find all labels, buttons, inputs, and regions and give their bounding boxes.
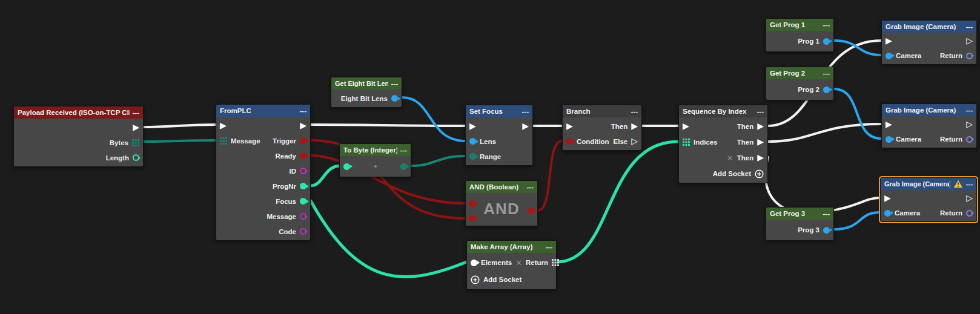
add-socket-label[interactable]: Add Socket <box>483 276 521 283</box>
wire-focus-to-elements[interactable] <box>311 201 466 276</box>
return-port[interactable] <box>966 210 973 217</box>
then-exec-out-port[interactable]: ▶ <box>631 122 638 130</box>
exec-in-port[interactable]: ▶ <box>683 122 689 130</box>
exec-in-port[interactable]: ▶ <box>469 122 476 130</box>
camera-port[interactable] <box>886 53 892 59</box>
node-menu-button[interactable]: --- <box>522 108 529 115</box>
node-header[interactable]: Payload Received (ISO-on-TCP Client) --- <box>14 106 143 119</box>
prog-2-port[interactable] <box>823 87 830 93</box>
node-header[interactable]: Set Focus --- <box>466 105 532 117</box>
exec-out-port[interactable]: ▶ <box>300 121 306 129</box>
camera-port[interactable] <box>886 136 892 143</box>
else-exec-out-port[interactable]: ▷ <box>631 137 638 145</box>
node-get-prog-2[interactable]: Get Prog 2 --- Prog 2 <box>766 67 834 100</box>
collapse-dot-icon[interactable] <box>374 165 377 168</box>
length-port[interactable] <box>133 154 139 161</box>
wire-exec-sequence-then2-to-grab2[interactable] <box>768 124 881 142</box>
node-from-plc[interactable]: FromPLC --- ▶ ▶ Message Trigger Ready ID <box>216 104 311 241</box>
exec-out-port[interactable]: ▶ <box>522 122 529 130</box>
exec-in-port[interactable]: ▶ <box>886 36 892 45</box>
array-port-return[interactable] <box>552 259 559 266</box>
return-port[interactable] <box>966 53 973 59</box>
node-grab-image-1[interactable]: Grab Image (Camera) --- ▶ ▷ Camera Retur… <box>881 20 977 65</box>
node-branch[interactable]: Branch --- ▶ Then ▶ Condition Else ▷ <box>562 105 642 151</box>
to-byte-input-port[interactable] <box>343 163 350 170</box>
add-socket-icon[interactable] <box>755 169 764 178</box>
node-grab-image-3[interactable]: Grab Image (Camera) --- ▶ ▷ Camera Retur… <box>880 177 977 222</box>
exec-in-port[interactable]: ▶ <box>884 194 891 202</box>
node-menu-button[interactable]: --- <box>527 183 534 191</box>
node-header[interactable]: Get Prog 3 --- <box>766 208 833 220</box>
node-header[interactable]: Get Prog 2 --- <box>766 67 833 79</box>
prognr-port[interactable] <box>300 183 306 189</box>
lens-port[interactable] <box>469 138 476 145</box>
remove-socket-icon[interactable]: ✕ <box>727 154 733 162</box>
exec-out-port[interactable]: ▷ <box>966 36 973 45</box>
prog-3-port[interactable] <box>823 227 830 234</box>
node-menu-button[interactable]: --- <box>966 180 973 188</box>
node-header[interactable]: Grab Image (Camera) --- <box>881 178 976 190</box>
code-port[interactable] <box>300 228 306 235</box>
range-port[interactable] <box>469 153 476 160</box>
elements-port[interactable] <box>471 260 477 266</box>
return-port[interactable] <box>966 136 973 143</box>
exec-out-port[interactable]: ▷ <box>966 120 973 128</box>
exec-out-port[interactable]: ▶ <box>133 123 139 131</box>
wire-exec-fromplc-to-setfocus[interactable] <box>311 125 465 126</box>
node-header[interactable]: Grab Image (Camera) --- <box>882 104 976 116</box>
node-header[interactable]: Branch --- <box>563 105 641 117</box>
and-output-port[interactable] <box>528 208 534 214</box>
node-menu-button[interactable]: --- <box>823 21 830 28</box>
remove-socket-icon[interactable]: ✕ <box>515 259 522 267</box>
node-menu-button[interactable]: --- <box>823 70 830 77</box>
wire-prog2-to-camera2[interactable] <box>834 89 881 139</box>
wire-and-to-branch-condition[interactable] <box>538 141 562 211</box>
and-input-1-port[interactable] <box>469 200 475 207</box>
then-1-exec-out-port[interactable]: ▶ <box>757 122 764 130</box>
node-menu-button[interactable]: --- <box>966 106 973 114</box>
camera-port[interactable] <box>884 210 891 217</box>
add-socket-label[interactable]: Add Socket <box>713 170 751 177</box>
exec-in-port[interactable]: ▶ <box>886 120 892 128</box>
node-header[interactable]: AND (Boolean) --- <box>466 181 537 193</box>
node-menu-button[interactable]: --- <box>133 109 140 116</box>
node-sequence-by-index[interactable]: Sequence By Index --- ▶ Then ▶ Indices T… <box>678 105 768 183</box>
node-header[interactable]: Get Eight Bit Lens --- <box>331 77 402 90</box>
exec-in-port[interactable]: ▶ <box>220 121 227 129</box>
wire-eightbitlens-to-lens[interactable] <box>402 97 465 141</box>
node-get-prog-1[interactable]: Get Prog 1 --- Prog 1 <box>766 18 834 52</box>
array-port-bytes[interactable] <box>132 139 139 146</box>
node-get-eight-bit-lens[interactable]: Get Eight Bit Lens --- Eight Bit Lens <box>331 77 402 108</box>
node-graph-canvas[interactable]: Payload Received (ISO-on-TCP Client) ---… <box>0 0 980 314</box>
node-payload-received[interactable]: Payload Received (ISO-on-TCP Client) ---… <box>13 106 144 167</box>
wire-tobyte-to-range[interactable] <box>411 156 465 166</box>
node-make-array[interactable]: Make Array (Array) --- Elements ✕ Return… <box>466 240 557 290</box>
wire-prog3-to-camera3[interactable] <box>834 212 880 229</box>
exec-out-port[interactable]: ▷ <box>966 194 973 202</box>
node-set-focus[interactable]: Set Focus --- ▶ ▶ Lens Range <box>465 105 533 166</box>
ready-port[interactable] <box>300 152 306 159</box>
node-menu-button[interactable]: --- <box>823 210 830 217</box>
prog-1-port[interactable] <box>823 38 830 45</box>
node-menu-button[interactable]: --- <box>300 107 307 114</box>
node-menu-button[interactable]: --- <box>757 108 764 115</box>
node-header[interactable]: Make Array (Array) --- <box>467 241 556 253</box>
node-header[interactable]: Grab Image (Camera) --- <box>882 21 976 33</box>
focus-port[interactable] <box>300 198 306 204</box>
wire-bytes-to-message[interactable] <box>144 140 216 142</box>
array-port-message-in[interactable] <box>220 137 227 145</box>
condition-port[interactable] <box>566 138 573 145</box>
exec-in-port[interactable]: ▶ <box>566 122 573 130</box>
then-2-exec-out-port[interactable]: ▶ <box>757 137 764 146</box>
node-header[interactable]: Sequence By Index --- <box>679 105 767 117</box>
node-get-prog-3[interactable]: Get Prog 3 --- Prog 3 <box>766 207 834 241</box>
eight-bit-lens-port[interactable] <box>391 95 398 102</box>
node-header[interactable]: To Byte (Integer) --- <box>340 144 411 156</box>
to-byte-output-port[interactable] <box>400 163 407 170</box>
message-out-port[interactable] <box>300 213 306 220</box>
wire-prognr-to-tobyte[interactable] <box>311 166 340 186</box>
array-port-indices[interactable] <box>683 139 690 146</box>
then-3-exec-out-port[interactable]: ▶ <box>757 153 764 162</box>
wire-prog1-to-camera1[interactable] <box>834 41 881 55</box>
trigger-port[interactable] <box>300 137 306 144</box>
